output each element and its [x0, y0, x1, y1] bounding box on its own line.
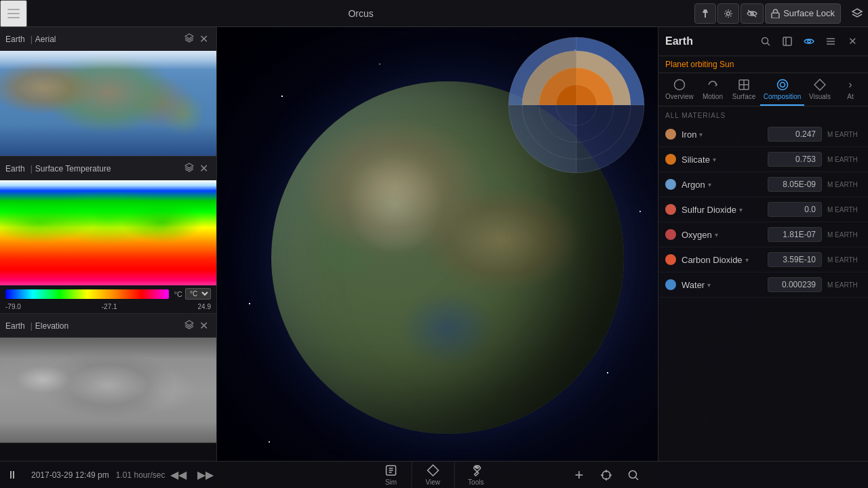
sim-tool-button[interactable]: Sim	[371, 461, 412, 488]
material-dot	[665, 254, 676, 265]
temp-gradient-bar	[5, 289, 169, 299]
svg-point-18	[762, 38, 768, 44]
settings-button[interactable]	[717, 3, 739, 24]
svg-marker-9	[185, 34, 193, 39]
materials-list: Iron ▾0.247M EARTHSilicate ▾0.753M EARTH…	[658, 122, 868, 488]
top-bar: Orcus Surface Lock	[0, 0, 868, 27]
eye-off-button[interactable]	[741, 3, 764, 24]
aerial-view-label: Aerial	[35, 35, 182, 44]
bottom-bar: ⏸ 2017-03-29 12:49 pm 1.01 hour/sec ◀◀ ▶…	[0, 461, 868, 488]
temp-close-button[interactable]: ✕	[197, 161, 211, 176]
tab-composition[interactable]: Composition	[760, 73, 804, 106]
planet-cross-section	[502, 30, 651, 180]
material-name[interactable]: Oxygen ▾	[682, 230, 762, 240]
left-panel: Earth | Aerial ✕ Earth | Surface Tempera…	[0, 27, 217, 488]
aerial-close-button[interactable]: ✕	[197, 31, 211, 47]
tab-surface[interactable]: Surface	[728, 73, 760, 106]
svg-marker-34	[427, 465, 438, 476]
sun-link[interactable]: Sun	[719, 60, 734, 69]
temp-planet-label: Earth	[5, 164, 25, 174]
torch-button[interactable]	[694, 3, 716, 24]
aerial-planet-label: Earth	[5, 35, 25, 44]
play-pause-button[interactable]: ⏸	[0, 463, 24, 487]
rp-search-button[interactable]	[757, 33, 774, 50]
material-unit: M EARTH	[827, 181, 861, 188]
material-row: Argon ▾8.05E-09M EARTH	[658, 172, 868, 197]
material-row: Iron ▾0.247M EARTH	[658, 122, 868, 147]
aerial-map-image	[0, 51, 216, 156]
elev-layer-button[interactable]	[182, 319, 197, 333]
material-name[interactable]: Argon ▾	[682, 180, 762, 190]
elev-close-button[interactable]: ✕	[197, 318, 211, 333]
svg-rect-2	[7, 17, 20, 18]
svg-point-40	[629, 470, 637, 478]
svg-point-22	[808, 40, 810, 43]
material-dot	[665, 179, 676, 190]
svg-point-4	[727, 12, 730, 15]
svg-rect-1	[7, 13, 20, 14]
material-name[interactable]: Iron ▾	[682, 129, 762, 140]
material-name[interactable]: Sulfur Dioxide ▾	[682, 205, 762, 215]
svg-marker-8	[852, 9, 862, 14]
material-value: 8.05E-09	[768, 177, 822, 192]
rewind-button[interactable]: ◀◀	[165, 468, 192, 481]
material-name[interactable]: Silicate ▾	[682, 155, 762, 165]
tab-visuals[interactable]: Visuals	[804, 73, 835, 106]
svg-point-31	[777, 80, 787, 90]
tools-tool-button[interactable]: Tools	[454, 461, 497, 488]
material-dot	[665, 204, 676, 215]
add-button[interactable]: +	[567, 463, 591, 487]
app-name: Orcus	[27, 8, 694, 19]
material-row: Carbon Dioxide ▾3.59E-10M EARTH	[658, 247, 868, 272]
temp-values: -79.0 -27.1 24.9	[0, 302, 216, 313]
tab-motion[interactable]: Motion	[698, 73, 728, 106]
material-name[interactable]: Carbon Dioxide ▾	[682, 255, 762, 265]
rp-panel-button[interactable]	[778, 33, 796, 50]
datetime-display: 2017-03-29 12:49 pm	[24, 470, 116, 480]
rp-eye-button[interactable]	[800, 33, 818, 50]
right-panel-header: Earth ✕	[658, 27, 868, 56]
material-row: Water ▾0.000239M EARTH	[658, 272, 868, 298]
material-row: Silicate ▾0.753M EARTH	[658, 147, 868, 172]
surface-lock-button[interactable]: Surface Lock	[765, 3, 841, 24]
rp-subtitle: Planet orbiting Sun	[658, 56, 868, 73]
rp-list-button[interactable]	[822, 33, 840, 50]
forward-button[interactable]: ▶▶	[192, 468, 219, 481]
material-dot	[665, 154, 676, 165]
temp-unit: °C °C °F K	[174, 288, 211, 300]
svg-marker-10	[185, 163, 193, 168]
menu-button[interactable]	[0, 0, 27, 27]
material-value: 1.81E-07	[768, 227, 822, 242]
temp-unit-select[interactable]: °C °F K	[185, 288, 211, 300]
tab-at[interactable]: › At	[835, 73, 865, 106]
temp-max: 24.9	[198, 303, 211, 310]
view-tool-button[interactable]: View	[412, 461, 455, 488]
material-value: 3.59E-10	[768, 252, 822, 267]
crosshair-button[interactable]	[594, 463, 618, 487]
right-panel: Earth ✕	[658, 27, 868, 488]
material-value: 0.0	[768, 202, 822, 217]
material-dot	[665, 229, 676, 240]
svg-marker-11	[185, 321, 193, 325]
layers-button[interactable]	[846, 3, 868, 24]
temp-layer-button[interactable]	[182, 161, 197, 176]
temperature-map-header: Earth | Surface Temperature ✕	[0, 157, 216, 180]
aerial-map-panel: Earth | Aerial ✕	[0, 27, 216, 157]
tab-overview[interactable]: Overview	[661, 73, 698, 106]
svg-rect-0	[7, 9, 20, 10]
svg-point-26	[674, 80, 684, 90]
rp-close-button[interactable]: ✕	[844, 33, 861, 50]
center-tools: Sim View Tools	[371, 461, 498, 488]
aerial-map-header: Earth | Aerial ✕	[0, 27, 216, 51]
svg-line-19	[768, 43, 770, 46]
search-button[interactable]	[621, 463, 646, 487]
aerial-layer-button[interactable]	[182, 32, 197, 46]
svg-marker-3	[703, 9, 708, 18]
temp-min: -79.0	[5, 303, 21, 310]
svg-point-30	[780, 83, 785, 87]
elevation-map-header: Earth | Elevation ✕	[0, 314, 216, 338]
material-unit: M EARTH	[827, 206, 861, 214]
bottom-right-tools: +	[567, 463, 651, 487]
elev-view-label: Elevation	[35, 321, 182, 331]
material-name[interactable]: Water ▾	[682, 280, 762, 290]
